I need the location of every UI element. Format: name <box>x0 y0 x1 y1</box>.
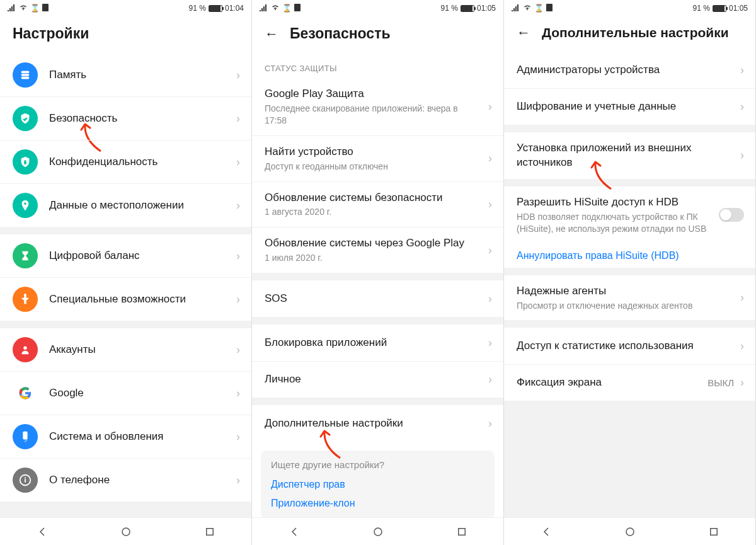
nav-back[interactable] <box>287 525 301 539</box>
row-title: SOS <box>265 292 482 306</box>
status-bar: ⌛ 91 % 01:05 <box>252 0 503 16</box>
chevron-right-icon: › <box>236 69 240 82</box>
settings-item-label: О телефоне <box>49 473 230 488</box>
row-title: Доступ к статистике использования <box>517 339 734 353</box>
svg-rect-10 <box>25 477 26 478</box>
row-title: Разрешить HiSuite доступ к HDB <box>517 195 713 210</box>
shield-icon <box>13 106 38 131</box>
settings-item-location[interactable]: Данные о местоположении › <box>0 183 251 227</box>
row-external-install[interactable]: Установка приложений из внешних источник… <box>504 132 755 179</box>
nav-back[interactable] <box>35 525 49 539</box>
nav-home[interactable] <box>119 525 133 539</box>
chevron-right-icon: › <box>236 156 240 169</box>
row-title: Найти устройство <box>265 145 482 159</box>
wifi-icon <box>523 4 532 13</box>
sim-icon <box>546 4 553 13</box>
row-personal[interactable]: Личное › <box>252 361 503 398</box>
row-title: Администраторы устройства <box>517 63 734 77</box>
chevron-right-icon: › <box>236 199 240 212</box>
row-encryption[interactable]: Шифрование и учетные данные › <box>504 88 755 125</box>
hourglass-icon: ⌛ <box>534 4 544 13</box>
sim-icon <box>42 4 49 13</box>
row-subtitle: 1 июля 2020 г. <box>265 252 482 264</box>
settings-item-google[interactable]: Google › <box>0 371 251 415</box>
svg-rect-18 <box>710 528 717 535</box>
row-subtitle: 1 августа 2020 г. <box>265 206 482 218</box>
svg-rect-13 <box>294 4 301 11</box>
hint-link-clone[interactable]: Приложение-клон <box>271 494 484 513</box>
chevron-right-icon: › <box>236 474 240 487</box>
toggle-hisuite[interactable] <box>719 208 744 222</box>
back-button[interactable]: ← <box>517 26 530 40</box>
status-bar: ⌛ 91 % 01:05 <box>504 0 755 16</box>
settings-item-system[interactable]: Система и обновления › <box>0 415 251 458</box>
clock: 01:05 <box>729 4 748 13</box>
nav-recent[interactable] <box>203 525 217 539</box>
row-find-device[interactable]: Найти устройство Доступ к геоданным откл… <box>252 135 503 181</box>
nav-home[interactable] <box>623 525 637 539</box>
chevron-right-icon: › <box>740 340 744 353</box>
link-revoke-hisuite[interactable]: Аннулировать права HiSuite (HDB) <box>504 244 755 268</box>
chevron-right-icon: › <box>236 343 240 357</box>
settings-item-privacy[interactable]: Конфиденциальность › <box>0 140 251 183</box>
page-title: Дополнительные настройки <box>542 25 729 40</box>
row-more-settings[interactable]: Дополнительные настройки › <box>252 405 503 442</box>
hint-title: Ищете другие настройки? <box>271 459 484 470</box>
chevron-right-icon: › <box>488 198 492 211</box>
chevron-right-icon: › <box>740 291 744 304</box>
signal-icon <box>8 4 16 13</box>
svg-rect-15 <box>458 528 465 535</box>
row-usage-access[interactable]: Доступ к статистике использования › <box>504 328 755 364</box>
screen-security: ⌛ 91 % 01:05 ← Безопасность СТАТУС ЗАЩИТ… <box>252 0 504 545</box>
location-icon <box>13 193 38 218</box>
nav-recent[interactable] <box>455 525 469 539</box>
nav-home[interactable] <box>371 525 385 539</box>
nav-recent[interactable] <box>707 525 721 539</box>
battery-percent: 91 % <box>693 4 710 13</box>
row-gplay-update[interactable]: Обновление системы через Google Play 1 и… <box>252 227 503 273</box>
row-security-update[interactable]: Обновление системы безопасности 1 август… <box>252 181 503 227</box>
chevron-right-icon: › <box>236 387 240 400</box>
row-screen-pinning[interactable]: Фиксация экрана ВЫКЛ › <box>504 364 755 401</box>
row-title: Установка приложений из внешних источник… <box>517 141 734 170</box>
clock: 01:05 <box>477 4 496 13</box>
google-icon <box>13 381 38 406</box>
row-title: Обновление системы безопасности <box>265 191 482 205</box>
settings-item-security[interactable]: Безопасность › <box>0 96 251 140</box>
battery-percent: 91 % <box>441 4 458 13</box>
settings-item-accounts[interactable]: Аккаунты › <box>0 328 251 371</box>
battery-icon <box>209 5 222 12</box>
page-title: Безопасность <box>290 25 391 42</box>
settings-item-about[interactable]: О телефоне › <box>0 458 251 502</box>
settings-item-memory[interactable]: Память › <box>0 54 251 96</box>
row-title: Блокировка приложений <box>265 336 482 350</box>
settings-item-digital-balance[interactable]: Цифровой баланс › <box>0 234 251 277</box>
row-trusted-agents[interactable]: Надежные агенты Просмотр и отключение на… <box>504 275 755 321</box>
header: ← Дополнительные настройки <box>504 16 755 52</box>
screen-more-settings: ⌛ 91 % 01:05 ← Дополнительные настройки … <box>504 0 756 545</box>
back-button[interactable]: ← <box>265 27 278 41</box>
chevron-right-icon: › <box>488 244 492 257</box>
svg-rect-16 <box>546 4 553 11</box>
wifi-icon <box>19 4 28 13</box>
row-title: Надежные агенты <box>517 284 734 299</box>
system-update-icon <box>13 424 38 449</box>
chevron-right-icon: › <box>740 149 744 162</box>
row-play-protect[interactable]: Google Play Защита Последнее сканировани… <box>252 78 503 135</box>
chevron-right-icon: › <box>488 336 492 350</box>
settings-item-label: Google <box>49 386 230 401</box>
row-app-lock[interactable]: Блокировка приложений › <box>252 324 503 361</box>
hand-icon <box>13 287 38 312</box>
row-sos[interactable]: SOS › <box>252 280 503 317</box>
sim-icon <box>294 4 301 13</box>
hourglass-icon <box>13 243 38 268</box>
row-device-admins[interactable]: Администраторы устройства › <box>504 52 755 88</box>
settings-item-label: Специальные возможности <box>49 292 230 307</box>
settings-item-label: Данные о местоположении <box>49 198 230 213</box>
settings-item-label: Конфиденциальность <box>49 155 230 169</box>
hint-link-permissions[interactable]: Диспетчер прав <box>271 475 484 494</box>
row-hisuite-hdb[interactable]: Разрешить HiSuite доступ к HDB HDB позво… <box>504 186 755 244</box>
nav-back[interactable] <box>539 525 553 539</box>
settings-item-accessibility[interactable]: Специальные возможности › <box>0 277 251 321</box>
section-header: СТАТУС ЗАЩИТЫ <box>252 54 503 78</box>
